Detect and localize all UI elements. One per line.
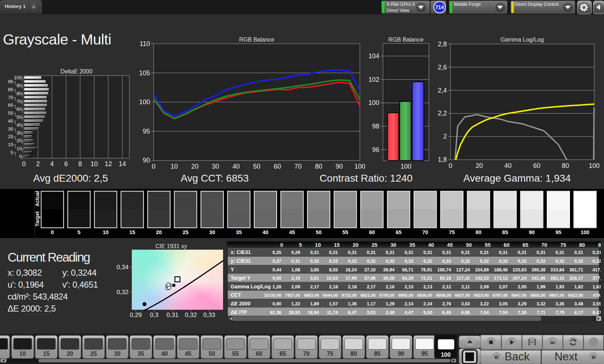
svg-text:90: 90 [398,351,404,357]
svg-text:40: 40 [161,351,168,357]
svg-text:55: 55 [232,351,239,357]
svg-text:70: 70 [303,351,310,357]
svg-text:75: 75 [327,351,334,357]
svg-text:85: 85 [374,351,381,357]
svg-text:95: 95 [421,351,428,357]
svg-text:»: » [591,352,596,361]
svg-text:80: 80 [351,351,357,357]
svg-text:Next: Next [554,350,578,363]
svg-text:35: 35 [138,351,144,357]
svg-text:10: 10 [20,351,26,357]
svg-text:Back: Back [505,350,530,363]
svg-text:«: « [494,352,499,361]
svg-text:60: 60 [256,351,263,357]
svg-text:∞: ∞ [550,339,555,346]
svg-text:15: 15 [43,351,50,357]
svg-text:50: 50 [209,351,215,357]
svg-text:30: 30 [114,351,121,357]
svg-text:65: 65 [280,351,286,357]
svg-text:20: 20 [67,351,73,357]
svg-text:25: 25 [91,351,97,357]
svg-text:100: 100 [441,352,451,358]
svg-text:45: 45 [185,351,192,357]
